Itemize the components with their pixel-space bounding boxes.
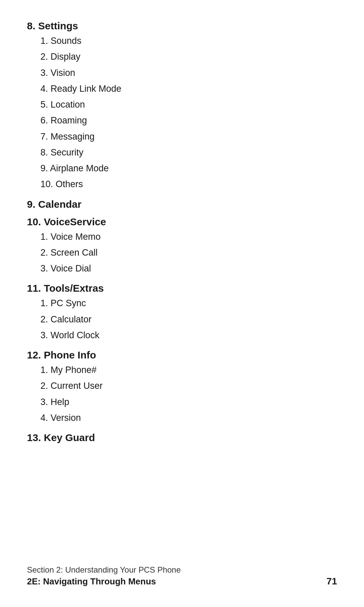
section-11-header: 11. Tools/Extras: [27, 283, 337, 294]
footer-section-label: 2E: Navigating Through Menus: [27, 576, 156, 587]
item-8-5: 5. Location: [27, 97, 337, 113]
item-8-8: 8. Security: [27, 145, 337, 161]
item-12-2: 2. Current User: [27, 378, 337, 394]
section-10-header: 10. VoiceService: [27, 216, 337, 228]
section-13-header: 13. Key Guard: [27, 432, 337, 443]
section-11: 11. Tools/Extras 1. PC Sync 2. Calculato…: [27, 283, 337, 343]
item-12-3: 3. Help: [27, 394, 337, 410]
page-footer: Section 2: Understanding Your PCS Phone …: [27, 565, 337, 587]
page-content: 8. Settings 1. Sounds 2. Display 3. Visi…: [0, 0, 364, 458]
item-10-2: 2. Screen Call: [27, 245, 337, 261]
item-12-1: 1. My Phone#: [27, 362, 337, 378]
item-8-1: 1. Sounds: [27, 33, 337, 49]
item-10-3: 3. Voice Dial: [27, 261, 337, 277]
item-12-4: 4. Version: [27, 410, 337, 426]
item-8-6: 6. Roaming: [27, 113, 337, 128]
item-8-9: 9. Airplane Mode: [27, 161, 337, 176]
footer-top-line: Section 2: Understanding Your PCS Phone: [27, 565, 337, 575]
item-11-3: 3. World Clock: [27, 327, 337, 343]
item-8-7: 7. Messaging: [27, 129, 337, 145]
item-11-1: 1. PC Sync: [27, 295, 337, 311]
item-8-10: 10. Others: [27, 176, 337, 192]
item-8-3: 3. Vision: [27, 65, 337, 81]
section-9: 9. Calendar: [27, 199, 337, 210]
item-11-2: 2. Calculator: [27, 312, 337, 327]
section-13: 13. Key Guard: [27, 432, 337, 443]
footer-page-number: 71: [327, 576, 337, 587]
section-9-header: 9. Calendar: [27, 199, 337, 210]
section-12-header: 12. Phone Info: [27, 349, 337, 361]
item-10-1: 1. Voice Memo: [27, 229, 337, 245]
section-12: 12. Phone Info 1. My Phone# 2. Current U…: [27, 349, 337, 426]
item-8-2: 2. Display: [27, 49, 337, 65]
section-10: 10. VoiceService 1. Voice Memo 2. Screen…: [27, 216, 337, 277]
item-8-4: 4. Ready Link Mode: [27, 81, 337, 97]
section-8: 8. Settings 1. Sounds 2. Display 3. Visi…: [27, 20, 337, 193]
footer-bottom: 2E: Navigating Through Menus 71: [27, 576, 337, 587]
section-8-header: 8. Settings: [27, 20, 337, 32]
